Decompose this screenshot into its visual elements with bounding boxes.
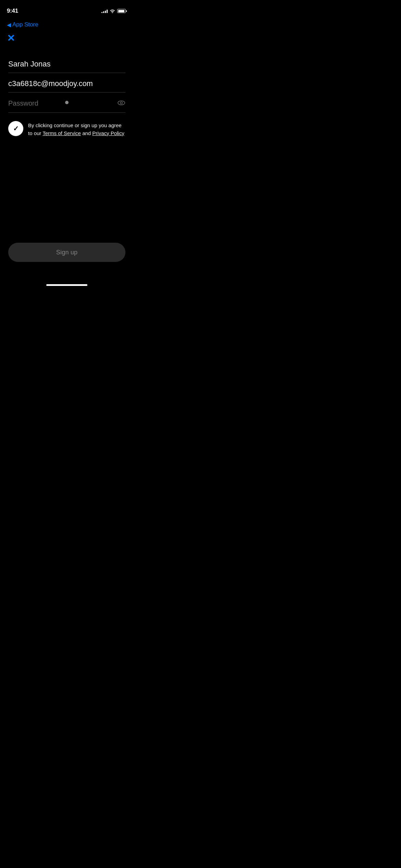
name-input[interactable] bbox=[8, 56, 125, 69]
status-time: 9:41 bbox=[7, 8, 18, 14]
back-chevron-icon: ◀ bbox=[7, 22, 11, 28]
checkmark-icon: ✓ bbox=[13, 124, 19, 133]
close-icon: ✕ bbox=[7, 33, 15, 44]
toggle-password-button[interactable] bbox=[117, 99, 125, 108]
svg-point-1 bbox=[120, 102, 122, 104]
home-indicator bbox=[46, 284, 87, 286]
close-button[interactable]: ✕ bbox=[0, 32, 134, 47]
back-label: App Store bbox=[12, 21, 38, 28]
eye-icon bbox=[117, 99, 125, 107]
terms-text: By clicking continue or sign up you agre… bbox=[28, 121, 125, 137]
status-icons bbox=[101, 9, 127, 13]
privacy-policy-link[interactable]: Privacy Policy bbox=[92, 130, 124, 136]
back-button[interactable]: ◀ App Store bbox=[7, 21, 38, 28]
form-container: ✓ By clicking continue or sign up you ag… bbox=[0, 47, 134, 137]
terms-row: ✓ By clicking continue or sign up you ag… bbox=[8, 121, 125, 137]
battery-icon bbox=[117, 9, 127, 13]
email-field-wrapper bbox=[8, 76, 125, 93]
password-field-wrapper bbox=[8, 95, 125, 113]
name-field-wrapper bbox=[8, 56, 125, 73]
signup-button[interactable]: Sign up bbox=[8, 243, 125, 262]
terms-of-service-link[interactable]: Terms of Service bbox=[42, 130, 81, 136]
nav-bar: ◀ App Store bbox=[0, 17, 134, 32]
wifi-icon bbox=[110, 9, 115, 13]
terms-and: and bbox=[81, 130, 92, 136]
signal-icon bbox=[101, 9, 108, 13]
password-bullet bbox=[65, 101, 69, 104]
terms-checkbox[interactable]: ✓ bbox=[8, 121, 23, 136]
email-input[interactable] bbox=[8, 76, 125, 88]
svg-point-0 bbox=[118, 101, 125, 105]
status-bar: 9:41 bbox=[0, 0, 134, 17]
